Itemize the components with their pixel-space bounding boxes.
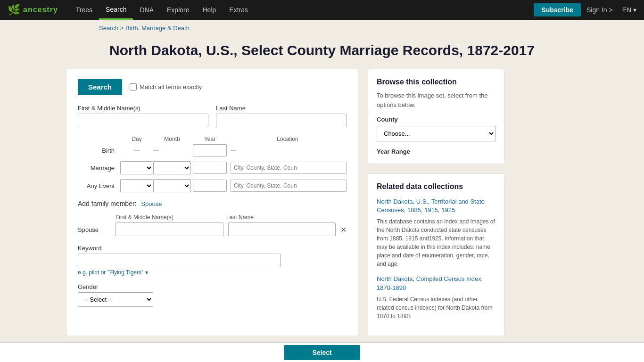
nav-trees[interactable]: Trees xyxy=(69,0,99,20)
location-header: Location xyxy=(229,136,347,142)
spouse-link[interactable]: Spouse xyxy=(141,200,162,207)
related-desc-1: U.S. Federal Census indexes (and other r… xyxy=(377,295,495,321)
month-header: Month xyxy=(153,136,191,142)
main-layout: Search Match all terms exactly First & M… xyxy=(0,69,644,350)
any-event-label: Any Event xyxy=(78,182,120,189)
breadcrumb-search[interactable]: Search xyxy=(99,25,118,32)
spouse-label: Spouse xyxy=(78,226,111,236)
subscribe-button[interactable]: Subscribe xyxy=(534,3,581,16)
match-checkbox[interactable] xyxy=(130,83,137,90)
birth-row: Birth — — — xyxy=(78,144,347,156)
breadcrumb-separator: > xyxy=(120,25,125,32)
related-link-1[interactable]: North Dakota, Compiled Census Index, 187… xyxy=(377,275,495,292)
spouse-last-label: Last Name xyxy=(226,214,254,221)
breadcrumb-current[interactable]: Birth, Marriage & Death xyxy=(125,25,190,32)
signin-link[interactable]: Sign In > xyxy=(586,6,613,14)
event-header-row: Day Month Year Location xyxy=(78,136,347,142)
any-event-day-select[interactable] xyxy=(120,179,153,192)
marriage-row: Marriage xyxy=(78,161,347,174)
marriage-label: Marriage xyxy=(78,165,120,172)
language-selector[interactable]: EN ▾ xyxy=(622,6,636,14)
marriage-month-select[interactable] xyxy=(153,161,191,174)
right-panel: Browse this collection To browse this im… xyxy=(368,69,504,336)
any-event-row: Any Event xyxy=(78,179,347,192)
add-family-label: Add family member: xyxy=(78,200,136,207)
bottom-bar: Select xyxy=(0,342,644,350)
spouse-row: Spouse ✕ xyxy=(78,222,347,236)
keyword-input[interactable] xyxy=(78,254,281,267)
breadcrumb: Search > Birth, Marriage & Death xyxy=(0,20,644,36)
marriage-year-input[interactable] xyxy=(193,162,227,174)
spouse-section: First & Middle Name(s) Last Name Spouse … xyxy=(78,213,347,236)
birth-day: — xyxy=(120,147,153,154)
related-desc-0: This database contains an index and imag… xyxy=(377,217,495,268)
nav-help[interactable]: Help xyxy=(196,0,223,20)
birth-month: — xyxy=(153,147,191,154)
page-title: North Dakota, U.S., Select County Marria… xyxy=(0,41,644,59)
day-header: Day xyxy=(120,136,153,142)
site-logo[interactable]: 🌿 ancestry xyxy=(8,4,58,16)
gender-select[interactable]: -- Select -- Male Female xyxy=(78,292,153,307)
search-panel: Search Match all terms exactly First & M… xyxy=(66,69,358,336)
related-box: Related data collections North Dakota, U… xyxy=(368,173,504,336)
nav-explore[interactable]: Explore xyxy=(160,0,196,20)
logo-icon: 🌿 xyxy=(8,4,20,16)
nav-items: Trees Search DNA Explore Help Extras xyxy=(69,0,534,20)
first-name-field: First & Middle Name(s) xyxy=(78,105,208,127)
browse-box: Browse this collection To browse this im… xyxy=(368,69,504,164)
related-link-0[interactable]: North Dakota, U.S., Territorial and Stat… xyxy=(377,197,495,214)
select-button[interactable]: Select xyxy=(284,345,360,350)
year-header: Year xyxy=(191,136,229,142)
nav-extras[interactable]: Extras xyxy=(223,0,255,20)
name-row: First & Middle Name(s) Last Name xyxy=(78,105,347,127)
spouse-remove-button[interactable]: ✕ xyxy=(340,225,347,236)
gender-section: Gender -- Select -- Male Female xyxy=(78,283,347,307)
match-text: Match all terms exactly xyxy=(140,83,202,90)
related-title: Related data collections xyxy=(377,182,495,191)
spouse-first-input[interactable] xyxy=(116,222,223,236)
first-name-input[interactable] xyxy=(78,114,208,127)
search-top-row: Search Match all terms exactly xyxy=(78,79,347,95)
marriage-location-input[interactable] xyxy=(231,162,347,174)
keyword-section: Keyword e.g. pilot or "Flying Tigers" ▾ xyxy=(78,245,347,276)
last-name-field: Last Name xyxy=(216,105,347,127)
marriage-day-select[interactable] xyxy=(120,161,153,174)
any-event-month-select[interactable] xyxy=(153,179,191,192)
add-family-section: Add family member: Spouse xyxy=(78,200,347,207)
county-select[interactable]: Choose... xyxy=(377,126,495,141)
last-name-label: Last Name xyxy=(216,105,347,112)
nav-right: Subscribe Sign In > EN ▾ xyxy=(534,3,636,16)
year-range-label: Year Range xyxy=(377,148,495,155)
birth-location: — xyxy=(229,147,347,154)
any-event-location-input[interactable] xyxy=(231,180,347,192)
county-label: County xyxy=(377,116,495,123)
search-button[interactable]: Search xyxy=(78,79,122,95)
logo-text: ancestry xyxy=(23,6,58,14)
nav-dna[interactable]: DNA xyxy=(133,0,160,20)
keyword-hint[interactable]: e.g. pilot or "Flying Tigers" ▾ xyxy=(78,269,347,276)
birth-year-input[interactable] xyxy=(193,144,227,156)
match-label[interactable]: Match all terms exactly xyxy=(130,83,202,90)
last-name-input[interactable] xyxy=(216,114,347,127)
any-event-year-input[interactable] xyxy=(193,180,227,192)
keyword-label: Keyword xyxy=(78,245,347,252)
browse-description: To browse this image set, select from th… xyxy=(377,91,495,109)
nav-search[interactable]: Search xyxy=(99,0,133,20)
spouse-first-label: First & Middle Name(s) xyxy=(116,214,173,221)
first-name-label: First & Middle Name(s) xyxy=(78,105,208,112)
browse-title: Browse this collection xyxy=(377,78,495,86)
navigation: 🌿 ancestry Trees Search DNA Explore Help… xyxy=(0,0,644,20)
birth-label: Birth xyxy=(78,147,120,154)
gender-label: Gender xyxy=(78,283,347,290)
spouse-last-input[interactable] xyxy=(228,222,336,236)
